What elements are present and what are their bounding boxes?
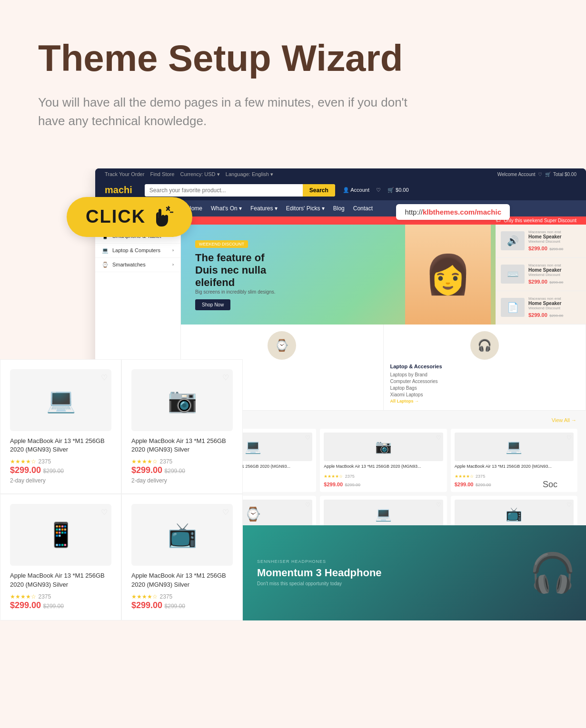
shop-top-bar: Track Your Order Find Store Currency: US… — [95, 168, 586, 180]
product-3-wishlist-icon[interactable]: ♡ — [566, 434, 572, 441]
side-card-1-price: $299.00 $299.00 — [528, 244, 581, 252]
cat-2-view-all[interactable]: All Laptops → — [390, 399, 579, 403]
bottom-card-4-wishlist-icon[interactable]: ♡ — [222, 508, 229, 517]
sidebar-laptop-label: Laptop & Computers — [112, 247, 160, 253]
side-card-1-badge: Weekend Discount — [528, 239, 581, 244]
bottom-product-cards: 💻 ♡ Apple MacBook Air 13 *M1 256GB 2020 … — [0, 359, 243, 620]
product-2-old-price: $299.00 — [345, 482, 361, 487]
search-button[interactable]: Search — [303, 184, 335, 197]
nav-whats-on[interactable]: What's On ▾ — [211, 200, 242, 216]
soc-label: Soc — [543, 480, 557, 490]
nav-editors-picks[interactable]: Editors' Picks ▾ — [286, 200, 325, 216]
side-card-3-image: 📄 — [501, 298, 525, 317]
side-card-3-label: Maceanas non erat — [528, 296, 581, 301]
bottom-card-3-name: Apple MacBook Air 13 *M1 256GB 2020 (MGN… — [10, 571, 111, 589]
product-card-2-image: 📷 ♡ — [324, 433, 443, 461]
product-5-wishlist-icon[interactable]: ♡ — [436, 502, 441, 508]
bottom-card-4-stars: ★★★★☆ — [131, 593, 158, 600]
momentum-headphone-image: 🎧 — [529, 551, 576, 595]
momentum-subtitle: Don't miss this special opportunity toda… — [257, 581, 382, 586]
sidebar-item-laptop[interactable]: 💻 Laptop & Computers › — [95, 244, 180, 258]
side-card-1-info: Maceanas non erat Home Speaker Weekend D… — [528, 230, 581, 252]
product-3-stars: ★★★★☆ — [455, 474, 474, 479]
bottom-card-4-old-price: $299.00 — [165, 603, 185, 610]
bottom-card-1-stars: ★★★★☆ — [10, 458, 36, 465]
top-store-link[interactable]: Find Store — [150, 171, 175, 177]
bottom-card-3[interactable]: 📱 ♡ Apple MacBook Air 13 *M1 256GB 2020 … — [0, 494, 121, 620]
momentum-banner: SENNHEISER HEADPHONES Momentum 3 Headpho… — [243, 525, 586, 620]
url-prefix: http:// — [405, 208, 423, 216]
view-all-button[interactable]: View All → — [186, 415, 581, 425]
product-card-3[interactable]: 💻 ♡ Apple MacBook Air 13 *M1 256GB 2020 … — [451, 429, 577, 492]
bottom-card-2-pricing: $299.00 $299.00 — [131, 465, 233, 475]
cart-icon[interactable]: 🛒 $0.00 — [387, 187, 409, 193]
account-icon[interactable]: 👤 Account — [343, 187, 369, 193]
search-input[interactable] — [145, 184, 303, 197]
product-6-wishlist-icon[interactable]: ♡ — [566, 502, 572, 508]
bottom-card-1-count: 2375 — [38, 458, 51, 465]
top-currency[interactable]: Currency: USD ▾ — [180, 171, 220, 177]
nav-blog[interactable]: Blog — [333, 200, 345, 216]
banner-badge: WEEKEND DISCOUNT — [195, 240, 248, 248]
side-card-3-info: Maceanas non erat Home Speaker Weekend D… — [528, 296, 581, 319]
bottom-card-4-image: 📺 ♡ — [131, 504, 233, 566]
bottom-card-1[interactable]: 💻 ♡ Apple MacBook Air 13 *M1 256GB 2020 … — [0, 359, 121, 494]
bottom-card-2-image: 📷 ♡ — [131, 369, 233, 431]
product-3-price: $299.00 — [455, 482, 474, 487]
shop-search-bar[interactable]: Search — [145, 184, 335, 197]
bottom-card-1-name: Apple MacBook Air 13 *M1 256GB 2020 (MGN… — [10, 437, 111, 454]
nav-contact[interactable]: Contact — [353, 200, 373, 216]
url-highlight: klbthemes.com/machic — [423, 208, 501, 216]
click-badge[interactable]: CLICK — [67, 197, 192, 237]
bottom-card-4-count: 2375 — [159, 593, 172, 600]
hero-section: Theme Setup Wizard You will have all the… — [0, 0, 586, 149]
side-card-2-badge: Weekend Discount — [528, 273, 581, 277]
nav-features[interactable]: Features ▾ — [250, 200, 278, 216]
cat-2-item-4[interactable]: Xiaomi Laptops — [390, 392, 579, 397]
sidebar-item-smartwatch[interactable]: ⌚ Smartwatches › — [95, 258, 180, 272]
bottom-card-3-count: 2375 — [38, 593, 51, 600]
shop-logo: machi — [105, 185, 132, 196]
cursor-hand-icon — [152, 206, 173, 228]
wishlist-icon[interactable]: ♡ — [376, 187, 381, 193]
smartwatch-icon: ⌚ — [102, 262, 109, 268]
bottom-card-2[interactable]: 📷 ♡ Apple MacBook Air 13 *M1 256GB 2020 … — [121, 359, 243, 494]
shop-icons: 👤 Account ♡ 🛒 $0.00 — [343, 187, 409, 193]
bottom-card-3-rating: ★★★★☆ 2375 — [10, 592, 111, 600]
product-1-wishlist-icon[interactable]: ♡ — [305, 434, 310, 441]
bottom-card-3-wishlist-icon[interactable]: ♡ — [101, 508, 108, 517]
product-4-wishlist-icon[interactable]: ♡ — [305, 502, 310, 508]
product-3-name: Apple MacBook Air 13 *M1 256GB 2020 (MGN… — [455, 464, 574, 470]
top-language[interactable]: Language: English ▾ — [226, 171, 273, 177]
bottom-card-1-image: 💻 ♡ — [10, 369, 111, 431]
side-card-2-info: Maceanas non erat Home Speaker Weekend D… — [528, 263, 581, 285]
hero-banner: WEEKEND DISCOUNT The feature ofDuis nec … — [181, 225, 586, 325]
url-bar: http://klbthemes.com/machic — [396, 204, 510, 220]
cat-2-item-1[interactable]: Laptops by Brand — [390, 372, 579, 377]
cat-2-title: Laptop & Accesories — [390, 364, 579, 369]
side-card-3-badge: Weekend Discount — [528, 306, 581, 310]
banner-side-cards: 🔊 Maceanas non erat Home Speaker Weekend… — [496, 225, 586, 325]
cat-2-item-3[interactable]: Laptop Bags — [390, 385, 579, 391]
bottom-card-4-pricing: $299.00 $299.00 — [131, 600, 233, 610]
product-card-3-image: 💻 ♡ — [455, 433, 574, 461]
side-card-1-title: Home Speaker — [528, 234, 581, 239]
top-track-link[interactable]: Track Your Order — [105, 171, 144, 177]
product-card-2[interactable]: 📷 ♡ Apple MacBook Air 13 *M1 256GB 2020 … — [320, 429, 447, 492]
cat-2-item-2[interactable]: Computer Accessories — [390, 379, 579, 384]
product-2-price: $299.00 — [324, 482, 343, 487]
cat-1-image: ⌚ — [268, 331, 296, 360]
bottom-card-3-price: $299.00 — [10, 600, 41, 610]
shop-now-button[interactable]: Shop Now — [195, 299, 230, 310]
bottom-card-2-wishlist-icon[interactable]: ♡ — [222, 373, 229, 382]
cat-2-image: 🎧 — [470, 331, 499, 360]
bottom-card-4[interactable]: 📺 ♡ Apple MacBook Air 13 *M1 256GB 2020 … — [121, 494, 243, 620]
click-label: CLICK — [86, 207, 146, 227]
side-card-2-title: Home Speaker — [528, 267, 581, 273]
chevron-right-icon-2: › — [172, 248, 174, 253]
product-2-wishlist-icon[interactable]: ♡ — [436, 434, 441, 441]
bottom-card-1-delivery: 2-day delivery — [10, 477, 111, 484]
bottom-card-3-pricing: $299.00 $299.00 — [10, 600, 111, 610]
bottom-card-1-wishlist-icon[interactable]: ♡ — [101, 373, 108, 382]
bottom-card-3-image: 📱 ♡ — [10, 504, 111, 566]
